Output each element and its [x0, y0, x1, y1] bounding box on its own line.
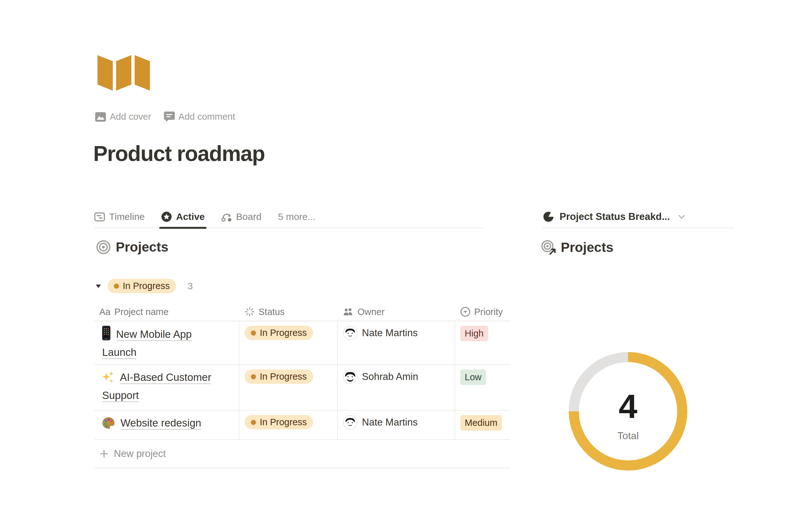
- project-name-link[interactable]: Website redesign: [120, 417, 201, 429]
- priority-select-icon: [460, 307, 470, 317]
- target-link-icon: [541, 239, 556, 256]
- cell-owner[interactable]: Nate Martins: [338, 411, 455, 439]
- tab-board[interactable]: Board: [221, 205, 261, 228]
- owner-name: Nate Martins: [362, 327, 418, 339]
- status-spinner-icon: [245, 307, 255, 317]
- owner-name: Sohrab Amin: [362, 371, 418, 383]
- cell-project-name[interactable]: AI-Based Customer Support: [94, 365, 240, 410]
- tab-timeline[interactable]: Timeline: [94, 205, 145, 228]
- priority-pill: Low: [460, 370, 486, 385]
- cell-priority[interactable]: Medium: [455, 411, 510, 439]
- text-property-icon: Aa: [99, 307, 110, 317]
- image-icon: [95, 112, 106, 122]
- status-label: In Progress: [260, 372, 307, 381]
- comment-icon: [164, 112, 175, 122]
- right-view-tab[interactable]: Project Status Breakd...: [542, 205, 734, 228]
- group-count: 3: [188, 281, 193, 291]
- avatar-sohrab-amin: [343, 370, 357, 384]
- column-header-project-name[interactable]: Aa Project name: [94, 303, 240, 321]
- column-header-owner[interactable]: Owner: [338, 303, 455, 321]
- timeline-icon: [94, 211, 105, 222]
- table-header-row: Aa Project name Status: [94, 303, 510, 321]
- status-dot: [251, 331, 256, 336]
- cell-status[interactable]: In Progress: [240, 321, 338, 364]
- donut-center-stats: 4 Total: [568, 352, 688, 471]
- project-status-donut-chart[interactable]: 4 Total: [568, 352, 688, 471]
- board-cycle-icon: [221, 212, 232, 222]
- cell-project-name[interactable]: Website redesign: [94, 411, 240, 439]
- column-label: Status: [258, 307, 285, 317]
- tab-active[interactable]: Active: [161, 205, 205, 228]
- star-icon: [161, 211, 172, 222]
- project-name-link[interactable]: AI-Based Customer Support: [102, 372, 211, 401]
- status-dot: [251, 420, 256, 425]
- pie-chart-icon: [542, 211, 554, 223]
- linked-projects-header[interactable]: Projects: [541, 239, 613, 256]
- projects-table: Aa Project name Status: [94, 303, 510, 468]
- sparkles-icon: [102, 371, 114, 388]
- column-label: Priority: [474, 307, 503, 317]
- cell-priority[interactable]: Low: [455, 365, 510, 410]
- artist-palette-icon: [102, 417, 115, 433]
- priority-pill: High: [460, 326, 488, 341]
- add-comment-button[interactable]: Add comment: [164, 112, 235, 122]
- plus-icon: [99, 449, 109, 458]
- group-header-row: In Progress 3: [94, 279, 193, 293]
- status-pill: In Progress: [245, 326, 313, 340]
- avatar-nate-martins: [343, 415, 357, 430]
- group-toggle-icon[interactable]: [94, 283, 102, 289]
- column-header-priority[interactable]: Priority: [455, 303, 510, 321]
- linked-projects-title: Projects: [561, 240, 613, 255]
- tab-active-label: Active: [176, 211, 205, 222]
- donut-total-value: 4: [619, 389, 638, 423]
- page-title[interactable]: Product roadmap: [93, 141, 264, 167]
- folded-map-icon: [97, 51, 151, 91]
- new-project-label: New project: [114, 448, 166, 459]
- new-project-button[interactable]: New project: [94, 440, 510, 468]
- project-name-link[interactable]: New Mobile App Launch: [102, 328, 192, 358]
- status-pill: In Progress: [245, 415, 313, 429]
- people-icon: [343, 307, 354, 317]
- right-tab-label: Project Status Breakd...: [560, 211, 670, 222]
- status-dot: [251, 374, 256, 379]
- status-label: In Progress: [260, 328, 307, 337]
- tab-timeline-label: Timeline: [109, 211, 145, 222]
- tab-more-label: 5 more...: [278, 211, 315, 222]
- status-dot: [114, 284, 119, 289]
- tab-board-label: Board: [236, 211, 261, 222]
- cell-owner[interactable]: Sohrab Amin: [338, 365, 455, 410]
- group-status-pill[interactable]: In Progress: [107, 279, 176, 293]
- cell-status[interactable]: In Progress: [240, 365, 338, 410]
- group-status-label: In Progress: [123, 281, 170, 291]
- add-cover-label: Add cover: [110, 112, 151, 122]
- donut-total-label: Total: [617, 430, 639, 442]
- tab-more[interactable]: 5 more...: [278, 205, 315, 228]
- cell-status[interactable]: In Progress: [240, 411, 338, 439]
- priority-pill: Medium: [460, 415, 502, 431]
- add-comment-label: Add comment: [179, 112, 235, 122]
- cell-owner[interactable]: Nate Martins: [338, 321, 455, 364]
- target-icon: [96, 240, 111, 255]
- column-label: Owner: [357, 307, 385, 317]
- column-header-status[interactable]: Status: [240, 303, 338, 321]
- notion-page: Add cover Add comment Product roadmap Ti…: [0, 0, 812, 507]
- chevron-down-icon[interactable]: [677, 212, 687, 222]
- table-row[interactable]: AI-Based Customer Support In Progress: [94, 365, 510, 411]
- mobile-phone-icon: [102, 326, 110, 344]
- table-row[interactable]: Website redesign In Progress: [94, 411, 510, 440]
- projects-section-header[interactable]: Projects: [96, 239, 168, 255]
- page-actions: Add cover Add comment: [95, 112, 235, 122]
- active-tab-underline: [159, 227, 206, 229]
- owner-name: Nate Martins: [362, 417, 418, 428]
- status-pill: In Progress: [245, 370, 313, 384]
- view-tabs: Timeline Active Board 5 more...: [94, 205, 510, 228]
- avatar-nate-martins: [343, 326, 357, 340]
- add-cover-button[interactable]: Add cover: [95, 112, 151, 122]
- status-label: In Progress: [260, 418, 307, 427]
- cell-project-name[interactable]: New Mobile App Launch: [94, 321, 240, 364]
- cell-priority[interactable]: High: [455, 321, 510, 364]
- column-label: Project name: [114, 307, 168, 317]
- table-row[interactable]: New Mobile App Launch In Progress: [94, 321, 510, 365]
- projects-section-title: Projects: [116, 239, 168, 255]
- page-icon-folded-map[interactable]: [97, 51, 151, 92]
